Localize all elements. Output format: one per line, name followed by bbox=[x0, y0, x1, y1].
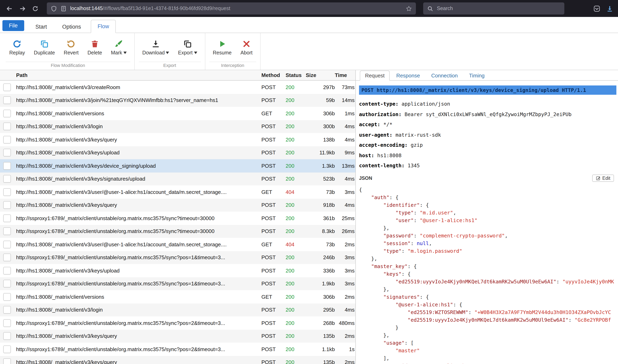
delete-button[interactable]: Delete bbox=[84, 38, 106, 57]
bookmark-star-icon[interactable] bbox=[406, 5, 412, 12]
mark-button[interactable]: Mark bbox=[107, 38, 130, 57]
revert-button[interactable]: Revert bbox=[60, 38, 82, 57]
brush-icon bbox=[114, 39, 123, 48]
column-header-size[interactable]: Size bbox=[306, 72, 335, 78]
flow-row[interactable]: http://hs1:8008/_matrix/client/v3/keys/q… bbox=[0, 198, 355, 212]
back-button[interactable] bbox=[4, 3, 14, 14]
flow-path: http://hs1:8008/_matrix/client/v3/login bbox=[11, 307, 261, 313]
header-value: Bearer syt_dXNlci0xLWFsaWNl_eQfgkZywoiMg… bbox=[402, 111, 572, 117]
json-body[interactable]: { "auth": { "identifier": { "type": "m.i… bbox=[359, 186, 616, 364]
flow-row[interactable]: http://hs1:8008/_matrix/client/v3/keys/q… bbox=[0, 329, 355, 343]
flow-status: 200 bbox=[286, 307, 306, 313]
page-info-icon[interactable] bbox=[61, 5, 67, 12]
flow-size: 361b bbox=[306, 215, 335, 221]
flow-status: 200 bbox=[286, 163, 306, 169]
column-header-time[interactable]: Time bbox=[335, 72, 355, 78]
flow-row[interactable]: http://hs1:8008/_matrix/client/v3/join/%… bbox=[0, 94, 355, 107]
menu-tab-start[interactable]: Start bbox=[30, 21, 53, 33]
flow-row[interactable]: http://hs1:8008/_matrix/client/v3/loginP… bbox=[0, 120, 355, 133]
download-button[interactable]: Download bbox=[139, 38, 173, 57]
detail-tabs: RequestResponseConnectionTiming bbox=[356, 70, 618, 81]
header-value: matrix-rust-sdk bbox=[392, 132, 441, 138]
flow-status: 200 bbox=[286, 320, 306, 326]
flow-size: 1.3kb bbox=[306, 163, 335, 169]
flow-row[interactable]: http://hs1:8008/_matrix/client/v3/keys/d… bbox=[0, 159, 355, 172]
button-label: Abort bbox=[241, 50, 253, 55]
flow-row[interactable]: http://ssproxy1:6789/_matrix/client/unst… bbox=[0, 343, 355, 356]
flow-size: 8.3kb bbox=[306, 228, 335, 234]
forward-button[interactable] bbox=[17, 3, 27, 14]
flow-row[interactable]: http://hs1:8008/_matrix/client/v3/loginP… bbox=[0, 303, 355, 316]
flow-row[interactable]: http://hs1:8008/_matrix/client/v3/keys/q… bbox=[0, 356, 355, 364]
flow-method: POST bbox=[261, 268, 286, 274]
flow-status: 200 bbox=[286, 281, 306, 287]
menu-tab-options[interactable]: Options bbox=[57, 21, 87, 33]
flow-row[interactable]: http://hs1:8008/_matrix/client/v3/keys/q… bbox=[0, 133, 355, 146]
flow-row[interactable]: http://hs1:8008/_matrix/client/v3/user/@… bbox=[0, 238, 355, 251]
toolbar-button-row: ResumeAbort bbox=[209, 33, 256, 62]
flow-method: POST bbox=[261, 320, 286, 326]
header-name: content-type: bbox=[359, 101, 399, 107]
flow-row[interactable]: http://hs1:8008/_matrix/client/v3/keys/s… bbox=[0, 172, 355, 185]
toolbar-group: ReplayDuplicateRevertDeleteMarkFlow Modi… bbox=[2, 33, 135, 70]
replay-button[interactable]: Replay bbox=[6, 38, 29, 57]
flow-method: POST bbox=[261, 124, 286, 130]
duplicate-button[interactable]: Duplicate bbox=[30, 38, 58, 57]
resume-button[interactable]: Resume bbox=[209, 38, 235, 57]
tab-response[interactable]: Response bbox=[391, 71, 425, 80]
flow-time: 3ms bbox=[335, 268, 355, 274]
flow-row[interactable]: http://hs1:8008/_matrix/client/versionsG… bbox=[0, 290, 355, 303]
edit-button[interactable]: Edit bbox=[592, 174, 614, 182]
json-line: "ed25519:uyyvIoJe4Kjy0nMKQeL7dt6kamRK2w5… bbox=[359, 277, 616, 285]
abort-button[interactable]: Abort bbox=[237, 38, 256, 57]
flow-method: POST bbox=[261, 97, 286, 104]
flow-path: http://ssproxy1:6789/_matrix/client/unst… bbox=[11, 215, 261, 221]
button-label-row: Resume bbox=[213, 50, 231, 55]
flow-row[interactable]: http://hs1:8008/_matrix/client/v3/user/@… bbox=[0, 185, 355, 198]
flow-table-header: Path Method Status Size Time bbox=[0, 70, 355, 81]
url-bar[interactable]: localhost:1445/#/flows/fba5f13d-91e1-437… bbox=[47, 2, 416, 14]
request-line[interactable]: POST http://hs1:8008/_matrix/client/v3/k… bbox=[359, 85, 616, 95]
search-bar[interactable]: Search bbox=[423, 2, 564, 14]
json-line: }, bbox=[359, 331, 616, 339]
downloads-icon[interactable] bbox=[606, 5, 613, 12]
column-header-method[interactable]: Method bbox=[261, 72, 286, 78]
pocket-icon[interactable] bbox=[593, 5, 600, 12]
download-icon bbox=[151, 39, 160, 48]
button-label: Mark bbox=[111, 50, 122, 55]
request-headers[interactable]: content-type: application/jsonauthorizat… bbox=[359, 99, 616, 171]
caret-down-icon bbox=[194, 52, 197, 54]
flow-row[interactable]: http://ssproxy1:6789/_matrix/client/unst… bbox=[0, 225, 355, 238]
flow-row[interactable]: http://ssproxy1:6789/_matrix/client/unst… bbox=[0, 251, 355, 264]
flow-row[interactable]: http://hs1:8008/_matrix/client/v3/create… bbox=[0, 81, 355, 94]
flow-row[interactable]: http://hs1:8008/_matrix/client/v3/keys/u… bbox=[0, 146, 355, 159]
flow-row[interactable]: http://hs1:8008/_matrix/client/versionsG… bbox=[0, 107, 355, 120]
menu-tab-file[interactable]: File bbox=[2, 20, 24, 31]
flow-time: 1s bbox=[335, 346, 355, 352]
request-header: host: hs1:8008 bbox=[359, 150, 616, 160]
export-button[interactable]: Export bbox=[175, 38, 201, 57]
flow-status: 200 bbox=[286, 346, 306, 352]
tab-timing[interactable]: Timing bbox=[464, 71, 490, 80]
column-header-status[interactable]: Status bbox=[286, 72, 306, 78]
flow-row[interactable]: http://ssproxy1:6789/_matrix/client/unst… bbox=[0, 316, 355, 329]
button-label: Resume bbox=[213, 50, 231, 55]
reload-button[interactable] bbox=[30, 3, 40, 14]
flow-indicator bbox=[3, 188, 11, 196]
flow-path: http://hs1:8008/_matrix/client/v3/keys/d… bbox=[11, 163, 261, 169]
edit-button-label: Edit bbox=[602, 176, 610, 180]
column-header-path[interactable]: Path bbox=[11, 72, 261, 78]
button-label-row: Replay bbox=[9, 50, 25, 55]
tab-request[interactable]: Request bbox=[360, 71, 390, 81]
flow-row[interactable]: http://ssproxy1:6789/_matrix/client/unst… bbox=[0, 277, 355, 290]
toolbar-button-row: DownloadExport bbox=[139, 33, 201, 62]
flow-time: 25ms bbox=[335, 215, 355, 221]
menu-tab-flow[interactable]: Flow bbox=[91, 20, 116, 33]
duplicate-icon bbox=[40, 39, 49, 48]
caret-down-icon bbox=[166, 52, 169, 54]
shield-icon[interactable] bbox=[51, 5, 57, 12]
flow-row[interactable]: http://ssproxy1:6789/_matrix/client/unst… bbox=[0, 212, 355, 225]
json-line: "auth": { bbox=[359, 193, 616, 201]
tab-connection[interactable]: Connection bbox=[426, 71, 463, 80]
flow-row[interactable]: http://hs1:8008/_matrix/client/v3/keys/u… bbox=[0, 264, 355, 277]
